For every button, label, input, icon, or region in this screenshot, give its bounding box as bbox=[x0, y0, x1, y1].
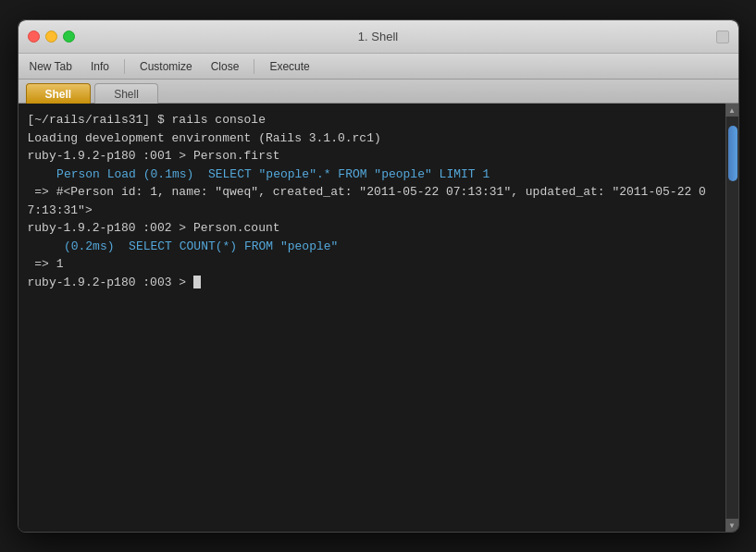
window-resize-button[interactable] bbox=[716, 31, 729, 43]
maximize-button[interactable] bbox=[63, 31, 75, 43]
scrollbar-arrow-down[interactable]: ▼ bbox=[725, 519, 738, 532]
terminal-line-4: Person Load (0.1ms) SELECT "people".* FR… bbox=[43, 166, 716, 184]
terminal-line-8: => 1 bbox=[28, 255, 716, 274]
traffic-lights bbox=[28, 31, 75, 43]
terminal-wrapper: [~/rails/rails31] $ rails console Loadin… bbox=[19, 104, 738, 532]
terminal-line-6: ruby-1.9.2-p180 :002 > Person.count bbox=[28, 219, 716, 238]
toolbar: New Tab Info Customize Close Execute bbox=[19, 54, 738, 80]
execute-button[interactable]: Execute bbox=[266, 58, 313, 75]
scrollbar-thumb[interactable] bbox=[728, 126, 737, 181]
customize-button[interactable]: Customize bbox=[136, 58, 196, 75]
toolbar-separator-2 bbox=[254, 59, 254, 74]
tab-shell-active[interactable]: Shell bbox=[26, 83, 92, 104]
window-title: 1. Shell bbox=[358, 30, 398, 43]
minimize-button[interactable] bbox=[45, 31, 57, 43]
terminal-window: 1. Shell New Tab Info Customize Close Ex… bbox=[18, 19, 739, 533]
close-button[interactable] bbox=[28, 31, 40, 43]
info-button[interactable]: Info bbox=[87, 58, 113, 75]
terminal-line-1: [~/rails/rails31] $ rails console bbox=[28, 111, 716, 129]
terminal-line-5: => #<Person id: 1, name: "qweq", created… bbox=[28, 183, 716, 219]
terminal-cursor bbox=[193, 276, 201, 288]
terminal-line-7: (0.2ms) SELECT COUNT(*) FROM "people" bbox=[43, 238, 716, 256]
terminal-line-2: Loading development environment (Rails 3… bbox=[28, 129, 716, 148]
new-tab-button[interactable]: New Tab bbox=[26, 58, 76, 75]
tab-shell-inactive[interactable]: Shell bbox=[94, 83, 158, 104]
terminal-content[interactable]: [~/rails/rails31] $ rails console Loadin… bbox=[19, 104, 725, 532]
terminal-line-9: ruby-1.9.2-p180 :003 > bbox=[28, 274, 716, 292]
terminal-line-3: ruby-1.9.2-p180 :001 > Person.first bbox=[28, 147, 716, 166]
close-menu-button[interactable]: Close bbox=[207, 58, 243, 75]
title-bar: 1. Shell bbox=[19, 20, 738, 54]
scrollbar-track: ▲ ▼ bbox=[725, 104, 738, 532]
toolbar-separator-1 bbox=[124, 59, 125, 74]
scrollbar-arrow-up[interactable]: ▲ bbox=[725, 104, 738, 117]
scrollbar-gutter[interactable] bbox=[726, 117, 738, 519]
tab-bar: Shell Shell bbox=[19, 80, 738, 104]
